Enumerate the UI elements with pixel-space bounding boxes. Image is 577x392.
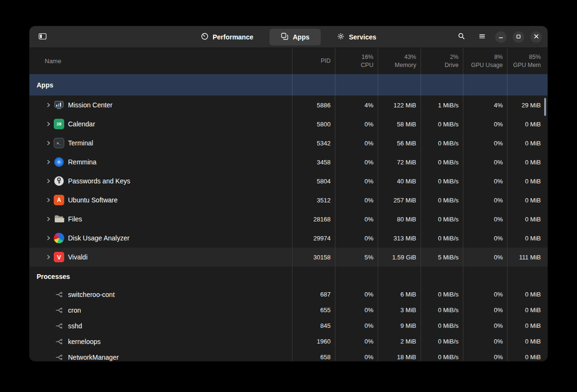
column-header-gpu-mem[interactable]: 85% GPU Mem [507, 48, 548, 74]
name-cell: VVivaldi [29, 248, 292, 267]
expander-chevron-icon[interactable] [45, 254, 52, 260]
app-row-ubuntu-software[interactable]: AUbuntu Software35120%257 MiB0 MiB/s0%0 … [29, 191, 548, 210]
gpu_mem-value: 111 MiB [507, 248, 548, 267]
memory-value: 1.59 GiB [378, 248, 421, 267]
name-cell: AUbuntu Software [29, 191, 292, 210]
pid-value: 28168 [292, 210, 335, 229]
gpu-value: 0% [463, 172, 507, 191]
gpu_mem-value: 0 MiB [507, 334, 548, 349]
app-row-vivaldi[interactable]: VVivaldi301585%1.59 GiB5 MiB/s0%111 MiB [29, 248, 548, 267]
row-name: Ubuntu Software [68, 196, 117, 204]
gpu_mem-value: 0 MiB [507, 115, 548, 134]
expander-chevron-icon[interactable] [45, 197, 52, 203]
section-empty-cell [292, 74, 335, 96]
drive-value: 0 MiB/s [421, 334, 463, 349]
section-empty-cell [378, 74, 421, 96]
cpu-value: 0% [335, 191, 378, 210]
expander-chevron-icon[interactable] [45, 159, 52, 165]
expander-chevron-icon[interactable] [45, 178, 52, 184]
section-empty-cell [463, 74, 507, 96]
tab-label: Services [349, 33, 376, 41]
main-menu-button[interactable] [475, 30, 489, 44]
process-row-sshd[interactable]: sshd8450%9 MiB0 MiB/s0%0 MiB [29, 318, 548, 334]
section-empty-cell [507, 267, 548, 287]
drive-value: 0 MiB/s [421, 287, 463, 302]
hamburger-menu-icon [479, 33, 486, 41]
memory-value: 18 MiB [378, 349, 421, 361]
memory-value: 72 MiB [378, 153, 421, 172]
column-header-name[interactable]: Name [29, 48, 292, 74]
pid-value: 5342 [292, 134, 335, 153]
column-header-drive[interactable]: 2% Drive [421, 48, 463, 74]
process-row-switcheroo-cont[interactable]: switcheroo-cont6870%6 MiB0 MiB/s0%0 MiB [29, 287, 548, 302]
process-row-cron[interactable]: cron6550%3 MiB0 MiB/s0%0 MiB [29, 302, 548, 318]
column-header-gpu-usage[interactable]: 8% GPU Usage [463, 48, 507, 74]
cpu-total-percent: 16% [362, 54, 373, 60]
close-icon [534, 33, 539, 40]
pid-value: 845 [292, 318, 335, 334]
app-row-disk-usage-analyzer[interactable]: Disk Usage Analyzer299740%313 MiB0 MiB/s… [29, 229, 548, 248]
app-row-calendar[interactable]: 28Calendar58000%58 MiB0 MiB/s0%0 MiB [29, 115, 548, 134]
cpu-value: 0% [335, 134, 378, 153]
tab-label: Apps [293, 33, 309, 41]
column-header-memory[interactable]: 43% Memory [378, 48, 421, 74]
scrollbar-thumb[interactable] [544, 98, 546, 116]
section-empty-cell [507, 74, 548, 96]
name-cell: Disk Usage Analyzer [29, 229, 292, 248]
expander-chevron-icon[interactable] [45, 216, 52, 222]
drive-value: 0 MiB/s [421, 153, 463, 172]
column-header-cpu[interactable]: 16% CPU [335, 48, 378, 74]
column-header-pid[interactable]: PID [292, 48, 335, 74]
section-empty-cell [463, 267, 507, 287]
app-row-remmina[interactable]: Remmina34580%72 MiB0 MiB/s0%0 MiB [29, 153, 548, 172]
close-button[interactable] [530, 31, 542, 43]
row-name: Mission Center [68, 101, 112, 109]
tab-apps[interactable]: Apps [269, 29, 321, 45]
section-empty-cell [421, 74, 463, 96]
tab-performance[interactable]: Performance [189, 29, 265, 45]
app-row-files[interactable]: Files281680%80 MiB0 MiB/s0%0 MiB [29, 210, 548, 229]
gear-icon [337, 32, 344, 41]
view-switcher: Performance Apps [189, 29, 388, 45]
drive-value: 0 MiB/s [421, 172, 463, 191]
process-table: Name PID 16% CPU 43% Memory 2% Drive [29, 48, 548, 361]
expander-chevron-icon[interactable] [45, 140, 52, 146]
table-header-row: Name PID 16% CPU 43% Memory 2% Drive [29, 48, 548, 74]
search-button[interactable] [454, 30, 469, 44]
process-fork-icon [54, 289, 64, 300]
name-cell: sshd [29, 318, 292, 334]
memory-value: 80 MiB [378, 210, 421, 229]
gpu_mem-value: 29 MiB [507, 96, 548, 115]
section-label: Apps [29, 74, 292, 96]
maximize-button[interactable] [513, 31, 524, 43]
expander-chevron-icon[interactable] [45, 121, 52, 127]
pid-value: 1960 [292, 334, 335, 349]
terminal-icon: >_ [54, 138, 64, 148]
section-header-processes[interactable]: Processes [29, 267, 548, 287]
name-cell: Remmina [29, 153, 292, 172]
row-name: switcheroo-cont [68, 291, 115, 298]
expander-chevron-icon[interactable] [45, 102, 52, 108]
calendar-icon: 28 [54, 119, 64, 129]
process-fork-icon [54, 321, 64, 331]
column-header-name-label: Name [45, 57, 61, 65]
app-row-terminal[interactable]: >_Terminal53420%56 MiB0 MiB/s0%0 MiB [29, 134, 548, 153]
drive-value: 0 MiB/s [421, 191, 463, 210]
process-row-networkmanager[interactable]: NetworkManager6580%18 MiB0 MiB/s0%0 MiB [29, 349, 548, 361]
gpu-value: 0% [463, 318, 507, 334]
sidebar-toggle-button[interactable] [35, 30, 49, 44]
process-row-kerneloops[interactable]: kerneloops19600%2 MiB0 MiB/s0%0 MiB [29, 334, 548, 349]
minimize-button[interactable] [495, 31, 507, 43]
name-cell: >_Terminal [29, 134, 292, 153]
section-header-apps[interactable]: Apps [29, 74, 548, 96]
drive-value: 0 MiB/s [421, 229, 463, 248]
row-name: Passwords and Keys [68, 177, 130, 185]
memory-value: 40 MiB [378, 172, 421, 191]
app-row-mission-center[interactable]: Mission Center58864%122 MiB1 MiB/s4%29 M… [29, 96, 548, 115]
section-empty-cell [335, 267, 378, 287]
app-row-passwords-and-keys[interactable]: Passwords and Keys58040%40 MiB0 MiB/s0%0… [29, 172, 548, 191]
expander-chevron-icon[interactable] [45, 235, 52, 241]
tab-services[interactable]: Services [325, 29, 388, 45]
drive-value: 0 MiB/s [421, 302, 463, 318]
row-name: sshd [68, 322, 82, 330]
